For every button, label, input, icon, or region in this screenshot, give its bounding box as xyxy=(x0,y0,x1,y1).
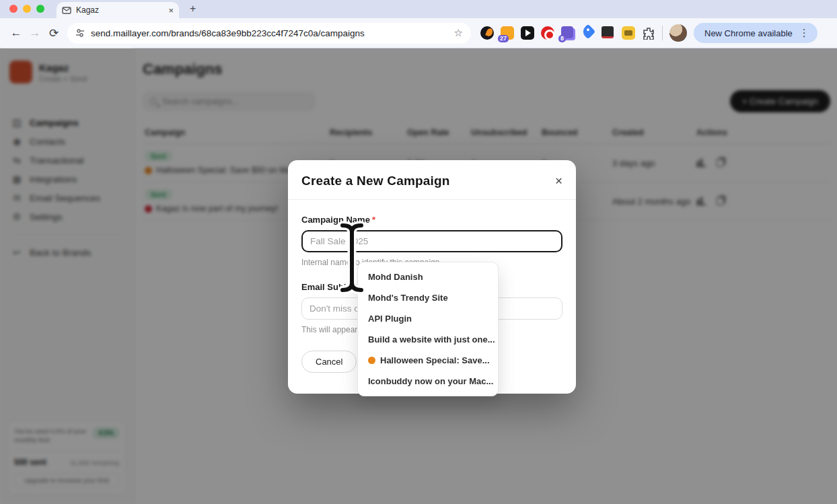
modal-title: Create a New Campaign xyxy=(301,174,450,188)
required-asterisk: * xyxy=(372,215,375,225)
autofill-item[interactable]: API Plugin xyxy=(358,308,498,329)
extension-stack-icon[interactable]: 8 xyxy=(561,26,575,40)
tab-title: Kagaz xyxy=(76,5,163,15)
app-viewport: Kagaz Create + Send ◫ Campaigns ◉ Contac… xyxy=(0,48,837,504)
browser-tab[interactable]: Kagaz × xyxy=(57,2,179,18)
tab-close-icon[interactable]: × xyxy=(168,5,174,15)
autofill-item[interactable]: Halloween Special: Save... xyxy=(358,350,498,371)
autofill-item[interactable]: Mohd Danish xyxy=(358,266,498,287)
text-cursor-icon xyxy=(337,220,367,295)
extension-swirl-icon[interactable] xyxy=(480,26,494,40)
browser-menu-icon[interactable]: ⋮ xyxy=(799,27,809,39)
extension-tag-icon[interactable] xyxy=(581,26,595,40)
toolbar-divider xyxy=(662,26,663,40)
zoom-window-button[interactable] xyxy=(36,5,44,13)
tab-strip: Kagaz × + xyxy=(0,0,837,18)
new-tab-button[interactable]: + xyxy=(190,3,196,15)
profile-avatar[interactable] xyxy=(669,24,687,42)
extensions-puzzle-icon[interactable] xyxy=(642,26,655,40)
browser-toolbar: ← → ⟳ send.maillayer.com/brands/68ca83e9… xyxy=(0,18,837,48)
autofill-item[interactable]: Iconbuddy now on your Mac... xyxy=(358,371,498,392)
chrome-update-button[interactable]: New Chrome available ⋮ xyxy=(694,23,817,43)
extension-folder-icon[interactable] xyxy=(622,26,635,40)
extension-badge: 8 xyxy=(558,35,566,42)
browser-window: Kagaz × + ← → ⟳ send.maillayer.com/brand… xyxy=(0,0,837,504)
cancel-button[interactable]: Cancel xyxy=(301,351,357,373)
traffic-lights xyxy=(9,5,44,13)
modal-divider xyxy=(288,199,576,200)
address-bar[interactable]: send.maillayer.com/brands/68ca83e9bb223c… xyxy=(67,23,471,44)
autofill-dropdown: Mohd Danish Mohd's Trendy Site API Plugi… xyxy=(357,262,499,396)
tab-favicon-mail-icon xyxy=(62,6,71,14)
close-window-button[interactable] xyxy=(9,5,17,13)
url-text[interactable]: send.maillayer.com/brands/68ca83e9bb223c… xyxy=(91,28,448,38)
extension-tab-counter-icon[interactable]: 27 xyxy=(501,26,514,40)
close-icon[interactable]: × xyxy=(555,174,562,188)
extension-icons: 27 8 xyxy=(480,26,655,40)
site-settings-icon[interactable] xyxy=(75,28,85,38)
bookmark-star-icon[interactable]: ☆ xyxy=(454,27,463,39)
reload-icon[interactable]: ⟳ xyxy=(44,26,63,40)
autofill-item[interactable]: Build a website with just one... xyxy=(358,329,498,350)
extension-blocker-icon[interactable] xyxy=(541,26,554,40)
pumpkin-icon xyxy=(368,357,375,364)
minimize-window-button[interactable] xyxy=(23,5,31,13)
extension-play-icon[interactable] xyxy=(521,26,534,40)
extension-badge: 27 xyxy=(498,35,509,42)
back-icon[interactable]: ← xyxy=(7,26,26,40)
chrome-update-label: New Chrome available xyxy=(704,28,793,38)
autofill-item[interactable]: Mohd's Trendy Site xyxy=(358,287,498,308)
extension-book-icon[interactable] xyxy=(602,26,615,40)
forward-icon[interactable]: → xyxy=(26,26,44,40)
